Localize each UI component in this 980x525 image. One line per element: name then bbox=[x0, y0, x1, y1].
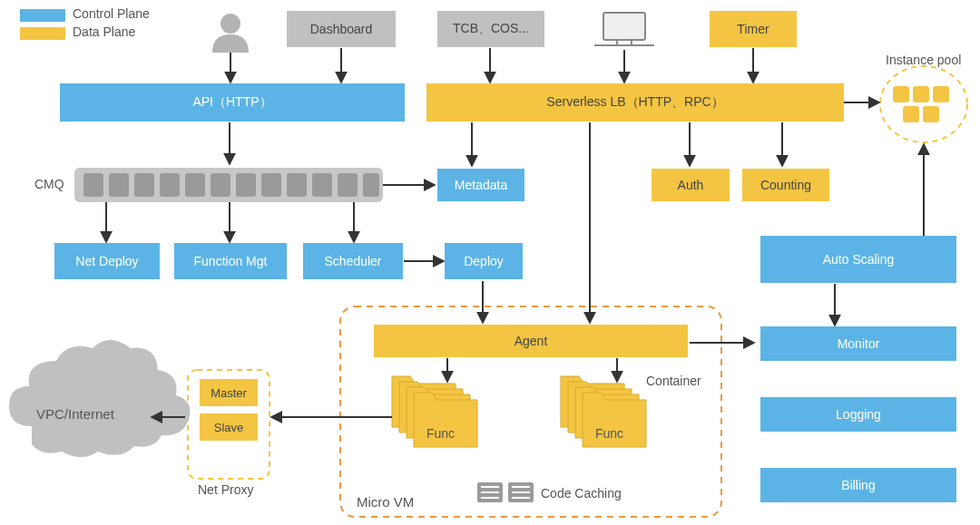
svg-rect-22 bbox=[287, 173, 307, 197]
node-slave: Slave bbox=[200, 413, 258, 441]
node-function-mgt: Function Mgt bbox=[174, 243, 287, 279]
svg-rect-16 bbox=[134, 173, 154, 197]
label-instance-pool: Instance pool bbox=[886, 53, 961, 67]
svg-rect-23 bbox=[312, 173, 332, 197]
svg-rect-15 bbox=[109, 173, 129, 197]
node-agent: Agent bbox=[374, 325, 688, 357]
svg-rect-25 bbox=[363, 173, 379, 197]
svg-rect-7 bbox=[923, 106, 939, 122]
legend-label-control: Control Plane bbox=[73, 6, 150, 21]
node-counting: Counting bbox=[742, 169, 829, 201]
svg-rect-4 bbox=[913, 86, 929, 102]
svg-rect-20 bbox=[236, 173, 256, 197]
label-container: Container bbox=[646, 374, 701, 388]
node-deploy: Deploy bbox=[445, 243, 523, 279]
node-auth: Auth bbox=[652, 169, 730, 201]
label-net-proxy: Net Proxy bbox=[198, 482, 253, 497]
svg-rect-18 bbox=[185, 173, 205, 197]
node-net-deploy: Net Deploy bbox=[54, 243, 160, 279]
svg-rect-24 bbox=[338, 173, 358, 197]
legend-swatch-data bbox=[20, 27, 65, 40]
svg-rect-6 bbox=[903, 106, 919, 122]
svg-rect-21 bbox=[261, 173, 281, 197]
svg-rect-14 bbox=[83, 173, 103, 197]
legend-swatch-control bbox=[20, 9, 65, 22]
node-api: API（HTTP） bbox=[60, 83, 405, 122]
svg-rect-3 bbox=[893, 86, 909, 102]
svg-rect-5 bbox=[933, 86, 949, 102]
label-micro-vm: Micro VM bbox=[357, 494, 414, 510]
svg-rect-19 bbox=[211, 173, 230, 197]
node-monitor: Monitor bbox=[760, 326, 956, 361]
label-func2: Func bbox=[595, 426, 623, 441]
label-cmq: CMQ bbox=[34, 177, 64, 191]
label-vpc: VPC/Internet bbox=[36, 406, 114, 422]
legend-label-data: Data Plane bbox=[73, 24, 135, 39]
node-metadata: Metadata bbox=[437, 169, 524, 201]
node-timer: Timer bbox=[710, 11, 797, 47]
node-auto-scaling: Auto Scaling bbox=[760, 236, 956, 283]
svg-rect-9 bbox=[603, 13, 645, 40]
label-code-caching: Code Caching bbox=[541, 486, 622, 501]
node-logging: Logging bbox=[760, 397, 956, 432]
node-billing: Billing bbox=[760, 468, 956, 502]
node-slb: Serverless LB（HTTP、RPC） bbox=[426, 83, 844, 122]
node-master: Master bbox=[200, 379, 258, 406]
svg-rect-17 bbox=[160, 173, 180, 197]
label-func1: Func bbox=[426, 426, 455, 441]
node-scheduler: Scheduler bbox=[303, 243, 403, 279]
svg-point-8 bbox=[220, 14, 240, 34]
node-tcb: TCB、COS... bbox=[437, 11, 544, 47]
node-dashboard: Dashboard bbox=[287, 11, 396, 47]
svg-point-2 bbox=[880, 66, 967, 142]
